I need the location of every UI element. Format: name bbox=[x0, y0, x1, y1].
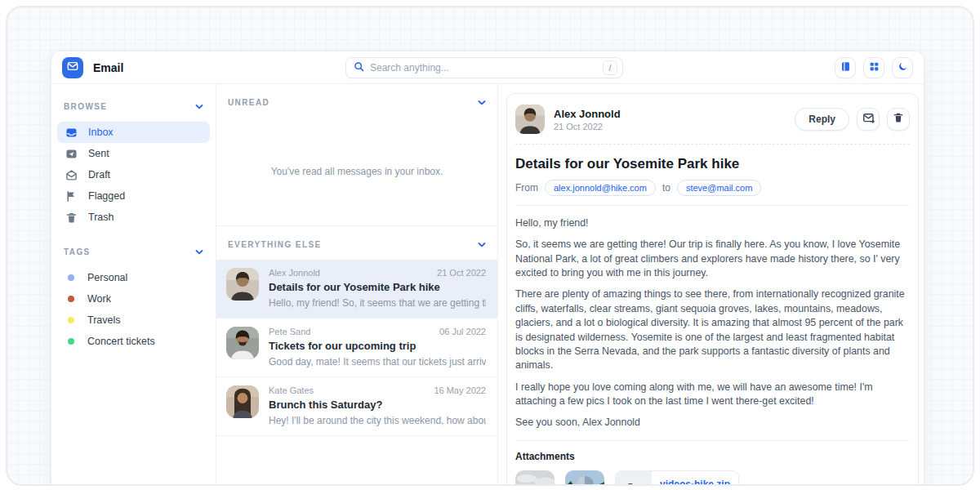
tag-list: Personal Work Travels Concert ticke bbox=[57, 267, 210, 352]
sent-icon bbox=[65, 148, 78, 160]
detail-sender-block: Alex Jonnold 21 Oct 2022 bbox=[554, 108, 621, 131]
notebook-button[interactable] bbox=[835, 57, 856, 78]
sidebar-item-label: Flagged bbox=[88, 190, 125, 202]
reply-button[interactable]: Reply bbox=[795, 108, 849, 131]
email-detail-card: Alex Jonnold 21 Oct 2022 Reply bbox=[506, 93, 919, 484]
mail-sender: Alex Jonnold bbox=[269, 268, 320, 278]
mail-meta: Kate Gates 16 May 2022 Brunch this Satur… bbox=[269, 385, 486, 426]
avatar bbox=[226, 327, 259, 359]
zip-icon-area bbox=[616, 471, 652, 484]
list-item-email-pete[interactable]: Pete Sand 06 Jul 2022 Tickets for our up… bbox=[216, 318, 497, 377]
tag-label: Work bbox=[87, 293, 111, 305]
moon-icon bbox=[898, 60, 908, 75]
delete-button[interactable] bbox=[887, 108, 910, 131]
chevron-down-icon bbox=[195, 99, 203, 114]
zip-attachment-card[interactable]: videos-hike.zip 100 MB bbox=[615, 470, 739, 484]
email-body: Hello, my friend! So, it seems we are ge… bbox=[515, 216, 910, 430]
list-item-email-kate[interactable]: Kate Gates 16 May 2022 Brunch this Satur… bbox=[216, 377, 497, 436]
mail-snippet: Hello, my friend! So, it seems that we a… bbox=[269, 297, 486, 309]
mail-date: 21 Oct 2022 bbox=[437, 268, 486, 278]
window-frame: Email / bbox=[6, 6, 974, 486]
mail-list-column: UNREAD You've read all messages in your … bbox=[216, 84, 498, 483]
yosemite-valley-photo[interactable] bbox=[515, 470, 555, 484]
inbox-icon bbox=[65, 127, 78, 139]
from-email-pill[interactable]: alex.jonnold@hike.com bbox=[545, 180, 656, 196]
list-item-email-alex[interactable]: Alex Jonnold 21 Oct 2022 Details for our… bbox=[216, 260, 497, 318]
unread-section-header[interactable]: UNREAD bbox=[216, 84, 497, 118]
mail-meta: Pete Sand 06 Jul 2022 Tickets for our up… bbox=[269, 327, 486, 368]
avatar bbox=[515, 105, 545, 134]
flag-icon bbox=[65, 190, 78, 203]
everything-else-label: EVERYTHING ELSE bbox=[228, 240, 322, 249]
email-app-window: Email / bbox=[51, 51, 924, 484]
sidebar-item-label: Inbox bbox=[88, 127, 114, 138]
body-paragraph: See you soon, Alex Jonnold bbox=[515, 416, 910, 430]
mail-snippet: Hey! I'll be around the city this weeken… bbox=[269, 415, 486, 426]
browse-label: BROWSE bbox=[64, 102, 107, 111]
body-paragraph: So, it seems we are getting there! Our t… bbox=[515, 238, 910, 280]
tag-label: Travels bbox=[87, 314, 121, 326]
chevron-down-icon bbox=[478, 95, 486, 109]
detail-sender-name: Alex Jonnold bbox=[554, 108, 621, 120]
sidebar-item-label: Draft bbox=[88, 169, 110, 180]
mail-sender: Kate Gates bbox=[269, 385, 314, 395]
mail-subject: Brunch this Saturday? bbox=[269, 399, 486, 411]
search-input[interactable] bbox=[370, 62, 603, 74]
sidebar-item-label: Trash bbox=[88, 212, 114, 223]
mail-subject: Details for our Yosemite Park hike bbox=[269, 281, 486, 293]
detail-actions: Reply bbox=[795, 108, 910, 131]
tag-item-personal[interactable]: Personal bbox=[57, 267, 210, 288]
tags-section-header[interactable]: TAGS bbox=[57, 238, 210, 267]
draft-icon bbox=[65, 169, 78, 181]
apps-grid-button[interactable] bbox=[863, 57, 884, 78]
from-label: From bbox=[515, 182, 538, 194]
sidebar-item-inbox[interactable]: Inbox bbox=[57, 122, 210, 143]
mail-sender: Pete Sand bbox=[269, 327, 310, 336]
unread-label: UNREAD bbox=[228, 98, 270, 107]
unread-empty-state: You've read all messages in your inbox. bbox=[216, 118, 497, 226]
sidebar-item-draft[interactable]: Draft bbox=[57, 164, 210, 185]
dark-mode-toggle[interactable] bbox=[892, 57, 913, 78]
tag-dot bbox=[68, 274, 74, 281]
tag-label: Personal bbox=[87, 272, 127, 283]
mail-meta: Alex Jonnold 21 Oct 2022 Details for our… bbox=[269, 268, 486, 309]
tags-label: TAGS bbox=[64, 247, 91, 256]
sidebar-item-trash[interactable]: Trash bbox=[57, 207, 210, 228]
grid-icon bbox=[869, 60, 880, 75]
mail-date: 16 May 2022 bbox=[434, 385, 486, 395]
search-icon bbox=[354, 60, 364, 75]
body-divider bbox=[515, 205, 910, 206]
zip-file-info: videos-hike.zip 100 MB bbox=[652, 471, 738, 484]
app-logo[interactable] bbox=[62, 57, 83, 78]
trash-icon bbox=[893, 112, 904, 127]
sidebar-item-flagged[interactable]: Flagged bbox=[57, 185, 210, 207]
chevron-down-icon bbox=[478, 237, 486, 252]
tag-label: Concert tickets bbox=[87, 336, 155, 347]
book-icon bbox=[840, 60, 851, 75]
avatar bbox=[226, 385, 259, 418]
topbar-actions bbox=[835, 57, 913, 78]
envelope-icon bbox=[67, 60, 78, 75]
to-label: to bbox=[662, 182, 670, 194]
tag-item-work[interactable]: Work bbox=[57, 288, 210, 310]
chevron-down-icon bbox=[195, 244, 203, 259]
tag-item-travels[interactable]: Travels bbox=[57, 310, 210, 331]
body-paragraph: Hello, my friend! bbox=[515, 216, 910, 230]
attachments-row: videos-hike.zip 100 MB bbox=[515, 470, 910, 484]
top-bar: Email / bbox=[51, 51, 924, 84]
page-title: Email bbox=[93, 61, 123, 74]
forward-button[interactable] bbox=[857, 108, 880, 131]
search-bar[interactable]: / bbox=[345, 57, 623, 78]
detail-header: Alex Jonnold 21 Oct 2022 Reply bbox=[515, 105, 910, 134]
everything-else-section-header[interactable]: EVERYTHING ELSE bbox=[216, 226, 497, 260]
sidebar-item-sent[interactable]: Sent bbox=[57, 143, 210, 164]
browse-section-header[interactable]: BROWSE bbox=[57, 92, 210, 122]
sidebar-item-label: Sent bbox=[88, 148, 109, 159]
body-paragraph: I really hope you love coming along with… bbox=[515, 381, 910, 409]
tag-item-concert-tickets[interactable]: Concert tickets bbox=[57, 331, 210, 352]
to-email-pill[interactable]: steve@mail.com bbox=[677, 180, 761, 196]
half-dome-photo[interactable] bbox=[565, 470, 604, 484]
tag-dot bbox=[68, 296, 74, 302]
header-divider bbox=[515, 144, 910, 145]
attachments-label: Attachments bbox=[515, 451, 910, 462]
